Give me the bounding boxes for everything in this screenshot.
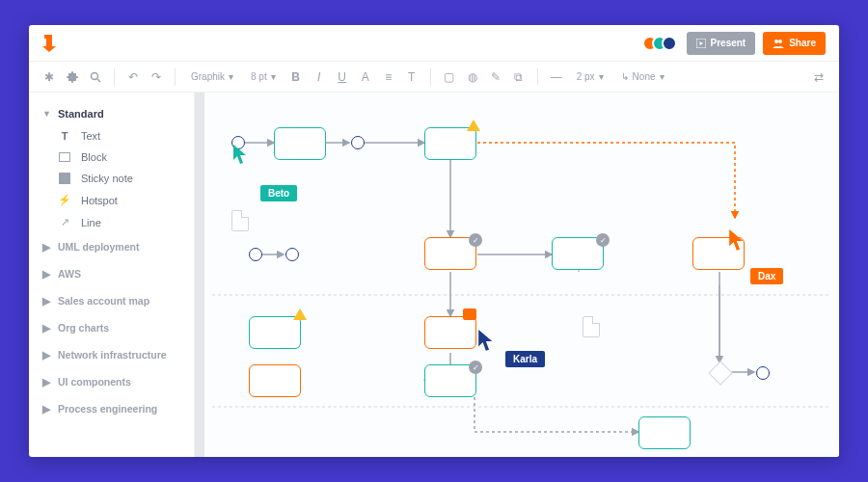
search-icon[interactable] <box>85 67 106 88</box>
cursor-label-karla: Karla <box>505 351 545 367</box>
flow-node[interactable] <box>249 364 301 397</box>
document-icon[interactable] <box>231 210 249 231</box>
chevron-down-icon: ▾ <box>599 71 604 82</box>
canvas[interactable]: ✓ ✓ ✓ Beto Karla Dax <box>195 93 839 457</box>
flow-node[interactable] <box>424 316 476 349</box>
intermediate-event[interactable] <box>351 136 365 149</box>
chevron-right-icon: ▶ <box>42 376 50 388</box>
settings-icon[interactable]: ✱ <box>39 67 60 88</box>
sidebar-item-text[interactable]: TText <box>29 125 194 147</box>
toolbar: ✱ ↶ ↷ Graphik ▾ 8 pt ▾ B I U A ≡ T ▢ ◍ ✎… <box>29 62 839 93</box>
sidebar-cat-network[interactable]: ▶Network infrastructure <box>29 341 194 368</box>
document-icon[interactable] <box>583 316 600 337</box>
play-icon <box>696 39 706 48</box>
chevron-down-icon: ▾ <box>229 71 233 82</box>
flow-node[interactable] <box>424 127 476 160</box>
app-window: Present Share ✱ ↶ ↷ Graphik ▾ 8 pt ▾ B I… <box>29 25 839 457</box>
flow-node[interactable] <box>249 316 301 349</box>
sidebar-cat-uml[interactable]: ▶UML deployment <box>29 233 194 260</box>
chevron-right-icon: ▶ <box>42 403 50 415</box>
cursor-label-dax: Dax <box>750 268 783 284</box>
svg-point-3 <box>92 72 98 79</box>
sidebar-item-block[interactable]: Block <box>29 147 194 168</box>
scroll-gutter[interactable] <box>195 93 204 457</box>
arrange-icon[interactable]: ⇄ <box>808 67 829 88</box>
sidebar-cat-standard[interactable]: ▼ Standard <box>29 102 194 125</box>
note-icon <box>58 173 71 184</box>
gateway[interactable] <box>708 361 732 385</box>
share-label: Share <box>789 38 816 48</box>
underline-icon[interactable]: U <box>332 67 353 88</box>
shape-sidebar: ▼ Standard TText Block Sticky note ⚡Hots… <box>29 93 195 457</box>
sidebar-cat-ui[interactable]: ▶UI components <box>29 368 194 395</box>
text-style-icon[interactable]: T <box>401 67 422 88</box>
bold-icon[interactable]: B <box>285 67 307 88</box>
warning-icon <box>467 120 480 131</box>
start-event[interactable] <box>249 248 262 261</box>
svg-line-4 <box>97 79 100 82</box>
comment-icon[interactable] <box>463 308 476 320</box>
flow-node[interactable] <box>638 416 691 449</box>
topbar: Present Share <box>29 25 839 62</box>
chevron-right-icon: ▶ <box>42 241 50 253</box>
app-logo-icon <box>42 35 56 52</box>
cursor-icon <box>729 229 748 253</box>
arrow-select[interactable]: ↳ None ▾ <box>613 71 672 82</box>
cursor-label-beto: Beto <box>260 185 297 201</box>
font-color-icon[interactable]: A <box>355 67 376 88</box>
end-event[interactable] <box>756 366 770 380</box>
fill-icon[interactable]: ◍ <box>462 67 483 88</box>
sidebar-cat-aws[interactable]: ▶AWS <box>29 260 194 287</box>
font-select[interactable]: Graphik ▾ <box>183 71 241 82</box>
sidebar-cat-process[interactable]: ▶Process engineering <box>29 395 194 422</box>
sidebar-item-line[interactable]: ↗Line <box>29 211 194 233</box>
presence-avatars[interactable] <box>642 36 677 51</box>
intermediate-event[interactable] <box>285 248 299 261</box>
share-button[interactable]: Share <box>763 32 826 55</box>
cursor-icon <box>233 145 251 166</box>
block-icon <box>58 152 71 162</box>
chevron-right-icon: ▶ <box>42 268 50 280</box>
size-select[interactable]: 8 pt ▾ <box>243 71 284 82</box>
chevron-down-icon: ▼ <box>42 109 50 119</box>
sidebar-cat-org[interactable]: ▶Org charts <box>29 314 194 341</box>
align-icon[interactable]: ≡ <box>378 67 399 88</box>
check-icon: ✓ <box>596 233 610 247</box>
line-icon: ↗ <box>58 216 71 228</box>
sidebar-cat-sales[interactable]: ▶Sales account map <box>29 287 194 314</box>
present-button[interactable]: Present <box>687 32 756 55</box>
check-icon: ✓ <box>469 361 482 374</box>
chevron-right-icon: ▶ <box>42 295 50 307</box>
undo-icon[interactable]: ↶ <box>122 67 144 88</box>
copy-style-icon[interactable]: ⧉ <box>508 67 529 88</box>
present-label: Present <box>711 38 746 48</box>
bolt-icon: ⚡ <box>58 194 71 206</box>
svg-point-1 <box>774 40 778 43</box>
svg-point-2 <box>778 40 782 43</box>
sidebar-item-hotspot[interactable]: ⚡Hotspot <box>29 189 194 211</box>
warning-icon <box>293 308 307 320</box>
cursor-icon <box>478 330 498 353</box>
text-icon: T <box>58 130 71 142</box>
sidebar-item-sticky[interactable]: Sticky note <box>29 168 194 189</box>
check-icon: ✓ <box>469 233 482 247</box>
pen-icon[interactable]: ✎ <box>485 67 506 88</box>
chevron-down-icon: ▾ <box>660 71 665 82</box>
presence-dot <box>662 36 677 51</box>
flow-node[interactable] <box>274 127 326 160</box>
chevron-right-icon: ▶ <box>42 349 50 361</box>
redo-icon[interactable]: ↷ <box>146 67 167 88</box>
puzzle-icon[interactable] <box>62 67 83 88</box>
cat-label: Standard <box>58 108 104 120</box>
users-icon <box>773 39 784 48</box>
shape-icon[interactable]: ▢ <box>439 67 460 88</box>
italic-icon[interactable]: I <box>309 67 330 88</box>
stroke-select[interactable]: 2 px ▾ <box>569 71 611 82</box>
chevron-down-icon: ▾ <box>271 71 276 82</box>
chevron-right-icon: ▶ <box>42 322 50 334</box>
line-style-icon[interactable]: — <box>546 67 567 88</box>
